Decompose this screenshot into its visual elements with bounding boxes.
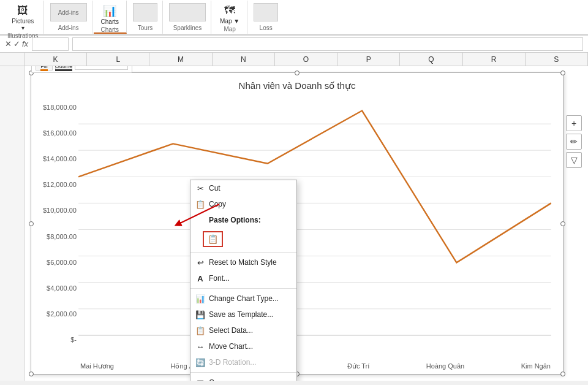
formula-bar-controls: ✕ ✓ fx <box>5 39 28 48</box>
loss-label: Loss <box>260 25 273 31</box>
handle-top-mid[interactable] <box>295 71 300 75</box>
select-data-label: Select Data... <box>209 326 253 335</box>
map-button[interactable]: 🗺 Map ▼ <box>217 3 242 26</box>
map-label: Map ▼ <box>220 18 239 25</box>
context-menu-group[interactable]: ▣ Group ▶ <box>190 375 296 381</box>
charts-label: Charts <box>101 18 119 25</box>
header-spacer <box>0 53 24 66</box>
sparklines-label: Sparklines <box>173 25 202 31</box>
ribbon-section-tours: Tours <box>128 1 163 34</box>
context-menu-cut[interactable]: ✂ Cut <box>190 180 296 196</box>
context-menu-reset-match[interactable]: ↩ Reset to Match Style <box>190 254 296 270</box>
chart-filters-button[interactable]: ▽ <box>566 152 582 168</box>
fill-label: Fill <box>40 66 48 71</box>
charts-icon: 📊 <box>103 4 116 18</box>
font-icon: A <box>195 273 205 283</box>
context-menu-move-chart[interactable]: ↔ Move Chart... <box>190 338 296 354</box>
x-label-duc-tri: Đức Trí <box>347 362 369 370</box>
ribbon-section-charts: 📊 Charts Charts <box>94 1 127 34</box>
handle-top-right[interactable] <box>560 71 565 75</box>
chart-container[interactable]: 🪣 Fill ▭ Outline Chart Area Plot Area Ch… <box>31 72 564 375</box>
col-header-S[interactable]: S <box>526 53 588 66</box>
ribbon: 🖼 Pictures ▾ Illustrations Add-ins Add-i… <box>0 0 588 36</box>
handle-bottom-left[interactable] <box>29 372 34 376</box>
handle-bottom-right[interactable] <box>560 372 565 376</box>
chart-line <box>78 111 551 263</box>
col-header-N[interactable]: N <box>213 53 275 66</box>
formula-bar: ✕ ✓ fx <box>0 36 588 53</box>
chart-area-select[interactable]: Chart Area Plot Area Chart Title <box>75 66 128 70</box>
group-arrow: ▶ <box>285 379 290 381</box>
map-group-label: Map <box>224 26 235 32</box>
x-axis-labels: Mai Hương Hồng Ánh Minh Quân Đức Trí Hoà… <box>80 362 551 370</box>
chart-toolbar: 🪣 Fill ▭ Outline Chart Area Plot Area Ch… <box>31 66 132 73</box>
x-label-kim-ngan: Kim Ngân <box>521 362 551 370</box>
add-ins-content: Add-ins <box>50 3 87 21</box>
context-menu-change-chart[interactable]: 📊 Change Chart Type... <box>190 291 296 307</box>
paste-clipboard-icon: 📋 <box>208 234 218 244</box>
chart-svg <box>31 97 563 362</box>
chart-styles-button[interactable]: ✏ <box>566 134 582 150</box>
col-header-K[interactable]: K <box>24 53 87 66</box>
pictures-icon: 🖼 <box>17 4 28 17</box>
group-label: Group <box>209 378 229 381</box>
charts-group-label: Charts <box>101 26 119 33</box>
paste-icon-box[interactable]: 📋 <box>203 231 223 247</box>
separator-3 <box>190 372 296 373</box>
paste-header-icon <box>195 215 205 225</box>
sparklines-content <box>169 3 206 21</box>
tours-label: Tours <box>138 25 153 31</box>
separator-2 <box>190 288 296 289</box>
reset-match-label: Reset to Match Style <box>209 258 277 267</box>
context-menu: ✂ Cut 📋 Copy Paste Options: 📋 <box>190 180 297 381</box>
column-headers: K L M N O P Q R S <box>0 53 588 66</box>
pictures-label: Pictures <box>12 18 34 25</box>
ribbon-section-maps: 🗺 Map ▼ Map <box>213 1 247 34</box>
separator-1 <box>190 252 296 253</box>
cells-area[interactable]: 🪣 Fill ▭ Outline Chart Area Plot Area Ch… <box>24 66 588 381</box>
fill-button[interactable]: 🪣 Fill <box>36 66 53 71</box>
paste-options-label: Paste Options: <box>209 216 261 224</box>
col-header-R[interactable]: R <box>463 53 526 66</box>
col-header-Q[interactable]: Q <box>400 53 462 66</box>
context-menu-save-template[interactable]: 💾 Save as Template... <box>190 307 296 322</box>
formula-fx-icon[interactable]: fx <box>22 39 28 48</box>
context-menu-3d-rotation: 🔄 3-D Rotation... <box>190 354 296 370</box>
chart-side-buttons: + ✏ ▽ <box>566 115 582 168</box>
context-menu-paste-icons[interactable]: 📋 <box>190 228 296 250</box>
move-chart-label: Move Chart... <box>209 342 253 351</box>
cell-reference-input[interactable] <box>32 37 69 51</box>
col-header-P[interactable]: P <box>337 53 400 66</box>
group-icon: ▣ <box>195 378 205 381</box>
map-icon: 🗺 <box>224 4 235 17</box>
add-ins-label: Add-ins <box>58 25 79 31</box>
change-chart-label: Change Chart Type... <box>209 294 279 303</box>
ribbon-section-add-ins: Add-ins Add-ins <box>45 1 92 34</box>
outline-label: Outline <box>55 66 73 71</box>
formula-cancel-icon[interactable]: ✕ <box>5 39 12 48</box>
chart-area-selector-wrapper[interactable]: Chart Area Plot Area Chart Title <box>75 66 128 70</box>
move-chart-icon: ↔ <box>195 341 205 351</box>
tours-content <box>133 3 157 21</box>
copy-label: Copy <box>209 200 226 208</box>
formula-confirm-icon[interactable]: ✓ <box>13 39 20 48</box>
formula-input[interactable] <box>72 37 583 51</box>
add-chart-element-button[interactable]: + <box>566 115 582 131</box>
select-data-icon: 📋 <box>195 326 205 335</box>
save-template-label: Save as Template... <box>209 310 273 319</box>
outline-button[interactable]: ▭ Outline <box>55 66 72 71</box>
3d-rotation-icon: 🔄 <box>195 357 205 367</box>
3d-rotation-label: 3-D Rotation... <box>209 358 256 367</box>
col-header-O[interactable]: O <box>275 53 337 66</box>
context-menu-select-data[interactable]: 📋 Select Data... <box>190 322 296 338</box>
col-header-M[interactable]: M <box>149 53 212 66</box>
context-menu-font[interactable]: A Font... <box>190 270 296 286</box>
context-menu-copy[interactable]: 📋 Copy <box>190 196 296 212</box>
charts-button[interactable]: 📊 Charts <box>99 3 121 26</box>
col-header-L[interactable]: L <box>87 53 149 66</box>
pictures-button[interactable]: 🖼 Pictures ▾ <box>9 3 36 32</box>
chart-title: Nhân viên và Doanh số thực <box>31 73 563 91</box>
row-headers <box>0 66 24 381</box>
x-label-hoang-quan: Hoàng Quân <box>426 362 464 370</box>
cut-icon: ✂ <box>195 183 205 193</box>
